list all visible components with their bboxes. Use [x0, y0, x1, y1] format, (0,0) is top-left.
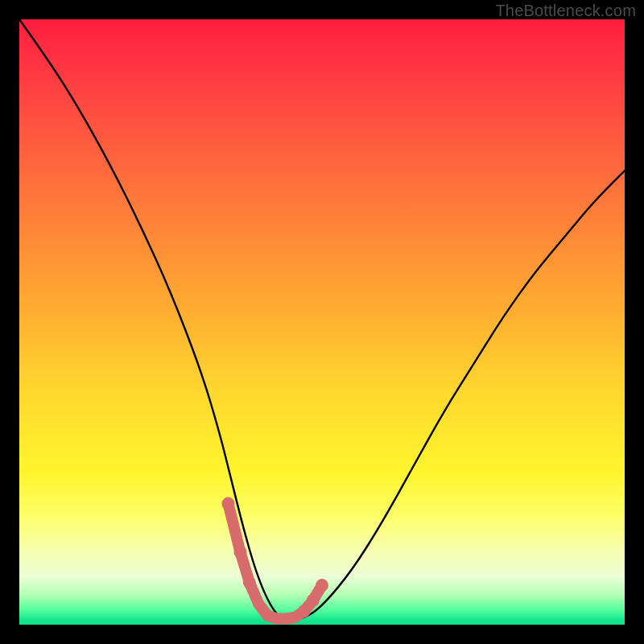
bottleneck-curve: [19, 19, 625, 618]
bottleneck-curve-svg: [19, 19, 625, 625]
chart-plot-area: [19, 19, 625, 625]
highlight-dot: [316, 579, 328, 592]
highlight-dot: [233, 546, 246, 559]
highlight-dot: [297, 605, 310, 617]
highlight-dot: [307, 594, 320, 607]
highlight-region-dots: [221, 497, 328, 618]
highlight-dot: [243, 576, 256, 588]
highlight-dot: [221, 497, 234, 510]
watermark-text: TheBottleneck.com: [495, 2, 636, 20]
